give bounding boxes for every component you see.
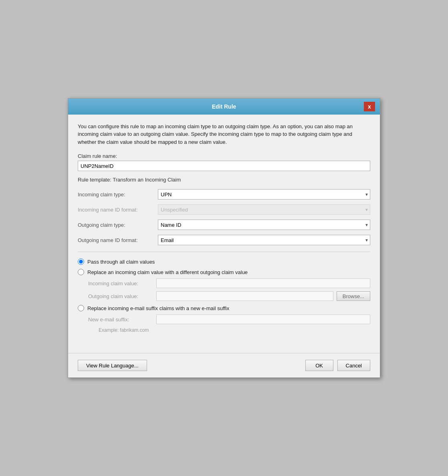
divider bbox=[78, 252, 370, 252]
outgoing-claim-type-label: Outgoing claim type: bbox=[78, 222, 158, 228]
replace-email-suffix-radio[interactable] bbox=[78, 305, 84, 311]
incoming-name-id-format-label: Incoming name ID format: bbox=[78, 207, 158, 213]
replace-email-suffix-radio-group: Replace incoming e-mail suffix claims wi… bbox=[78, 305, 370, 333]
rule-template-label: Rule template: Transform an Incoming Cla… bbox=[78, 177, 370, 183]
email-suffix-sub-fields: New e-mail suffix: Example: fabrikam.com bbox=[88, 315, 370, 333]
cancel-button[interactable]: Cancel bbox=[337, 360, 370, 371]
outgoing-claim-type-wrapper: Name ID E-Mail Address UPN ▼ bbox=[158, 220, 370, 230]
outgoing-name-id-format-select[interactable]: Email Unspecified Persistent bbox=[158, 235, 370, 245]
pass-through-radio[interactable] bbox=[78, 258, 84, 265]
outgoing-claim-type-row: Outgoing claim type: Name ID E-Mail Addr… bbox=[78, 220, 370, 230]
footer-right: OK Cancel bbox=[305, 360, 370, 371]
incoming-claim-type-row: Incoming claim type: UPN E-Mail Address … bbox=[78, 189, 370, 200]
dialog-content: You can configure this rule to map an in… bbox=[68, 115, 380, 345]
replace-email-suffix-radio-label: Replace incoming e-mail suffix claims wi… bbox=[87, 305, 229, 311]
pass-through-radio-group: Pass through all claim values bbox=[78, 258, 370, 265]
incoming-claim-type-label: Incoming claim type: bbox=[78, 192, 158, 198]
incoming-claim-type-wrapper: UPN E-Mail Address Name ▼ bbox=[158, 189, 370, 200]
incoming-claim-value-row: Incoming claim value: bbox=[88, 278, 370, 288]
replace-value-radio-group: Replace an incoming claim value with a d… bbox=[78, 269, 370, 301]
title-bar: Edit Rule x bbox=[68, 99, 380, 115]
replace-value-radio-label: Replace an incoming claim value with a d… bbox=[87, 269, 248, 275]
incoming-claim-type-select[interactable]: UPN E-Mail Address Name bbox=[158, 189, 370, 200]
claim-rule-name-group: Claim rule name: bbox=[78, 153, 370, 171]
dialog-title: Edit Rule bbox=[84, 103, 364, 110]
outgoing-claim-value-row: Outgoing claim value: Browse... bbox=[88, 291, 370, 301]
claim-rule-name-input[interactable] bbox=[78, 161, 370, 171]
dialog-footer: View Rule Language... OK Cancel bbox=[68, 353, 380, 377]
pass-through-radio-row[interactable]: Pass through all claim values bbox=[78, 258, 370, 265]
incoming-name-id-format-select[interactable]: Unspecified Email Persistent bbox=[158, 204, 370, 215]
incoming-claim-value-label: Incoming claim value: bbox=[88, 280, 156, 286]
outgoing-claim-type-select[interactable]: Name ID E-Mail Address UPN bbox=[158, 220, 370, 230]
claim-rule-name-label: Claim rule name: bbox=[78, 153, 370, 159]
footer-left: View Rule Language... bbox=[78, 360, 147, 371]
replace-value-radio[interactable] bbox=[78, 269, 84, 275]
example-text: Example: fabrikam.com bbox=[99, 327, 370, 333]
outgoing-claim-value-input[interactable] bbox=[156, 291, 333, 301]
outgoing-name-id-format-row: Outgoing name ID format: Email Unspecifi… bbox=[78, 235, 370, 245]
new-email-suffix-label: New e-mail suffix: bbox=[88, 317, 156, 323]
outgoing-claim-value-label: Outgoing claim value: bbox=[88, 293, 156, 299]
new-email-suffix-input[interactable] bbox=[156, 315, 370, 324]
replace-value-radio-row[interactable]: Replace an incoming claim value with a d… bbox=[78, 269, 370, 275]
incoming-claim-value-input[interactable] bbox=[156, 278, 370, 288]
outgoing-name-id-format-label: Outgoing name ID format: bbox=[78, 237, 158, 243]
ok-button[interactable]: OK bbox=[305, 360, 333, 371]
new-email-suffix-row: New e-mail suffix: bbox=[88, 315, 370, 324]
edit-rule-dialog: Edit Rule x You can configure this rule … bbox=[68, 98, 380, 378]
replace-email-suffix-radio-row[interactable]: Replace incoming e-mail suffix claims wi… bbox=[78, 305, 370, 311]
pass-through-radio-label: Pass through all claim values bbox=[87, 259, 155, 265]
incoming-name-id-format-wrapper: Unspecified Email Persistent ▼ bbox=[158, 204, 370, 215]
close-button[interactable]: x bbox=[364, 102, 375, 111]
incoming-name-id-format-row: Incoming name ID format: Unspecified Ema… bbox=[78, 204, 370, 215]
outgoing-name-id-format-wrapper: Email Unspecified Persistent ▼ bbox=[158, 235, 370, 245]
description-text: You can configure this rule to map an in… bbox=[78, 123, 370, 146]
view-rule-language-button[interactable]: View Rule Language... bbox=[78, 360, 147, 371]
browse-button[interactable]: Browse... bbox=[337, 291, 370, 301]
replace-value-sub-fields: Incoming claim value: Outgoing claim val… bbox=[88, 278, 370, 301]
